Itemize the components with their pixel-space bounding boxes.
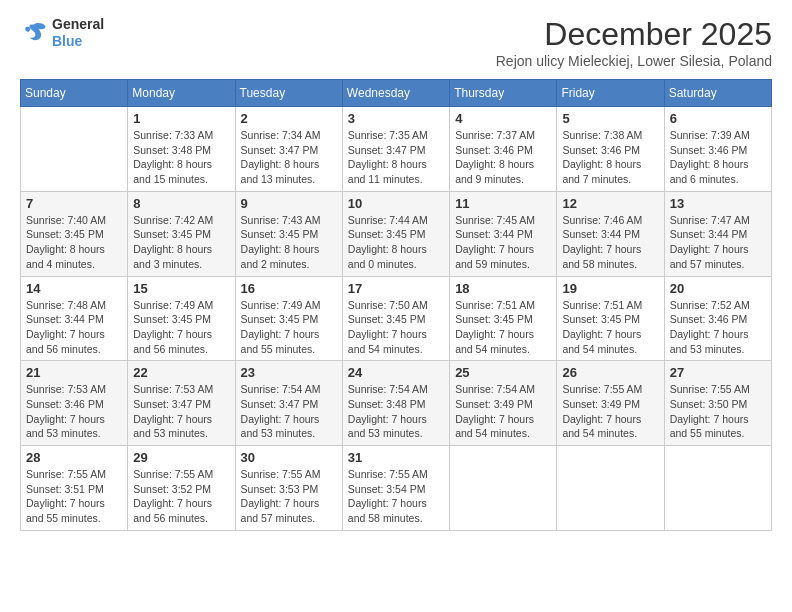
weekday-header: Tuesday	[235, 80, 342, 107]
day-info: Sunrise: 7:55 AMSunset: 3:49 PMDaylight:…	[562, 382, 658, 441]
calendar-cell: 26Sunrise: 7:55 AMSunset: 3:49 PMDayligh…	[557, 361, 664, 446]
calendar-cell: 20Sunrise: 7:52 AMSunset: 3:46 PMDayligh…	[664, 276, 771, 361]
day-info: Sunrise: 7:55 AMSunset: 3:52 PMDaylight:…	[133, 467, 229, 526]
header: General Blue December 2025 Rejon ulicy M…	[20, 16, 772, 69]
calendar-cell	[450, 446, 557, 531]
day-number: 17	[348, 281, 444, 296]
day-number: 2	[241, 111, 337, 126]
calendar-cell: 31Sunrise: 7:55 AMSunset: 3:54 PMDayligh…	[342, 446, 449, 531]
day-number: 12	[562, 196, 658, 211]
weekday-header: Wednesday	[342, 80, 449, 107]
calendar-cell: 10Sunrise: 7:44 AMSunset: 3:45 PMDayligh…	[342, 191, 449, 276]
day-info: Sunrise: 7:38 AMSunset: 3:46 PMDaylight:…	[562, 128, 658, 187]
day-info: Sunrise: 7:54 AMSunset: 3:48 PMDaylight:…	[348, 382, 444, 441]
day-number: 22	[133, 365, 229, 380]
calendar-cell: 9Sunrise: 7:43 AMSunset: 3:45 PMDaylight…	[235, 191, 342, 276]
day-number: 20	[670, 281, 766, 296]
calendar-cell	[21, 107, 128, 192]
calendar-cell: 23Sunrise: 7:54 AMSunset: 3:47 PMDayligh…	[235, 361, 342, 446]
day-info: Sunrise: 7:53 AMSunset: 3:46 PMDaylight:…	[26, 382, 122, 441]
day-info: Sunrise: 7:47 AMSunset: 3:44 PMDaylight:…	[670, 213, 766, 272]
day-number: 10	[348, 196, 444, 211]
day-info: Sunrise: 7:44 AMSunset: 3:45 PMDaylight:…	[348, 213, 444, 272]
calendar-cell: 1Sunrise: 7:33 AMSunset: 3:48 PMDaylight…	[128, 107, 235, 192]
day-number: 7	[26, 196, 122, 211]
calendar-cell: 12Sunrise: 7:46 AMSunset: 3:44 PMDayligh…	[557, 191, 664, 276]
logo-general: General	[52, 16, 104, 33]
day-info: Sunrise: 7:55 AMSunset: 3:51 PMDaylight:…	[26, 467, 122, 526]
calendar-week-row: 28Sunrise: 7:55 AMSunset: 3:51 PMDayligh…	[21, 446, 772, 531]
day-info: Sunrise: 7:48 AMSunset: 3:44 PMDaylight:…	[26, 298, 122, 357]
day-number: 30	[241, 450, 337, 465]
calendar-week-row: 14Sunrise: 7:48 AMSunset: 3:44 PMDayligh…	[21, 276, 772, 361]
calendar: SundayMondayTuesdayWednesdayThursdayFrid…	[20, 79, 772, 531]
day-info: Sunrise: 7:33 AMSunset: 3:48 PMDaylight:…	[133, 128, 229, 187]
day-number: 28	[26, 450, 122, 465]
logo-text: General Blue	[52, 16, 104, 50]
day-info: Sunrise: 7:49 AMSunset: 3:45 PMDaylight:…	[241, 298, 337, 357]
calendar-cell: 3Sunrise: 7:35 AMSunset: 3:47 PMDaylight…	[342, 107, 449, 192]
day-info: Sunrise: 7:46 AMSunset: 3:44 PMDaylight:…	[562, 213, 658, 272]
subtitle: Rejon ulicy Mieleckiej, Lower Silesia, P…	[496, 53, 772, 69]
calendar-cell: 8Sunrise: 7:42 AMSunset: 3:45 PMDaylight…	[128, 191, 235, 276]
calendar-cell: 5Sunrise: 7:38 AMSunset: 3:46 PMDaylight…	[557, 107, 664, 192]
calendar-week-row: 1Sunrise: 7:33 AMSunset: 3:48 PMDaylight…	[21, 107, 772, 192]
calendar-cell: 27Sunrise: 7:55 AMSunset: 3:50 PMDayligh…	[664, 361, 771, 446]
calendar-cell: 30Sunrise: 7:55 AMSunset: 3:53 PMDayligh…	[235, 446, 342, 531]
day-number: 24	[348, 365, 444, 380]
title-area: December 2025 Rejon ulicy Mieleckiej, Lo…	[496, 16, 772, 69]
calendar-cell: 21Sunrise: 7:53 AMSunset: 3:46 PMDayligh…	[21, 361, 128, 446]
calendar-cell: 28Sunrise: 7:55 AMSunset: 3:51 PMDayligh…	[21, 446, 128, 531]
calendar-cell	[664, 446, 771, 531]
day-info: Sunrise: 7:35 AMSunset: 3:47 PMDaylight:…	[348, 128, 444, 187]
calendar-cell: 24Sunrise: 7:54 AMSunset: 3:48 PMDayligh…	[342, 361, 449, 446]
day-info: Sunrise: 7:37 AMSunset: 3:46 PMDaylight:…	[455, 128, 551, 187]
calendar-cell: 6Sunrise: 7:39 AMSunset: 3:46 PMDaylight…	[664, 107, 771, 192]
calendar-cell: 25Sunrise: 7:54 AMSunset: 3:49 PMDayligh…	[450, 361, 557, 446]
day-number: 27	[670, 365, 766, 380]
day-number: 19	[562, 281, 658, 296]
calendar-cell: 16Sunrise: 7:49 AMSunset: 3:45 PMDayligh…	[235, 276, 342, 361]
calendar-cell: 2Sunrise: 7:34 AMSunset: 3:47 PMDaylight…	[235, 107, 342, 192]
calendar-cell: 22Sunrise: 7:53 AMSunset: 3:47 PMDayligh…	[128, 361, 235, 446]
calendar-week-row: 7Sunrise: 7:40 AMSunset: 3:45 PMDaylight…	[21, 191, 772, 276]
day-number: 5	[562, 111, 658, 126]
day-number: 11	[455, 196, 551, 211]
day-number: 14	[26, 281, 122, 296]
calendar-cell: 17Sunrise: 7:50 AMSunset: 3:45 PMDayligh…	[342, 276, 449, 361]
logo-blue: Blue	[52, 33, 104, 50]
calendar-cell: 4Sunrise: 7:37 AMSunset: 3:46 PMDaylight…	[450, 107, 557, 192]
day-number: 3	[348, 111, 444, 126]
day-number: 13	[670, 196, 766, 211]
day-number: 1	[133, 111, 229, 126]
day-info: Sunrise: 7:50 AMSunset: 3:45 PMDaylight:…	[348, 298, 444, 357]
day-info: Sunrise: 7:54 AMSunset: 3:49 PMDaylight:…	[455, 382, 551, 441]
day-number: 9	[241, 196, 337, 211]
calendar-cell	[557, 446, 664, 531]
day-number: 4	[455, 111, 551, 126]
calendar-cell: 11Sunrise: 7:45 AMSunset: 3:44 PMDayligh…	[450, 191, 557, 276]
day-info: Sunrise: 7:49 AMSunset: 3:45 PMDaylight:…	[133, 298, 229, 357]
day-info: Sunrise: 7:40 AMSunset: 3:45 PMDaylight:…	[26, 213, 122, 272]
day-info: Sunrise: 7:34 AMSunset: 3:47 PMDaylight:…	[241, 128, 337, 187]
calendar-cell: 18Sunrise: 7:51 AMSunset: 3:45 PMDayligh…	[450, 276, 557, 361]
day-number: 6	[670, 111, 766, 126]
month-title: December 2025	[496, 16, 772, 53]
day-info: Sunrise: 7:55 AMSunset: 3:53 PMDaylight:…	[241, 467, 337, 526]
calendar-cell: 13Sunrise: 7:47 AMSunset: 3:44 PMDayligh…	[664, 191, 771, 276]
day-info: Sunrise: 7:55 AMSunset: 3:54 PMDaylight:…	[348, 467, 444, 526]
day-number: 29	[133, 450, 229, 465]
day-info: Sunrise: 7:39 AMSunset: 3:46 PMDaylight:…	[670, 128, 766, 187]
day-info: Sunrise: 7:51 AMSunset: 3:45 PMDaylight:…	[562, 298, 658, 357]
calendar-cell: 7Sunrise: 7:40 AMSunset: 3:45 PMDaylight…	[21, 191, 128, 276]
day-info: Sunrise: 7:54 AMSunset: 3:47 PMDaylight:…	[241, 382, 337, 441]
day-number: 25	[455, 365, 551, 380]
weekday-header: Friday	[557, 80, 664, 107]
calendar-cell: 29Sunrise: 7:55 AMSunset: 3:52 PMDayligh…	[128, 446, 235, 531]
weekday-header: Sunday	[21, 80, 128, 107]
day-number: 15	[133, 281, 229, 296]
day-info: Sunrise: 7:52 AMSunset: 3:46 PMDaylight:…	[670, 298, 766, 357]
calendar-week-row: 21Sunrise: 7:53 AMSunset: 3:46 PMDayligh…	[21, 361, 772, 446]
weekday-header: Thursday	[450, 80, 557, 107]
day-info: Sunrise: 7:51 AMSunset: 3:45 PMDaylight:…	[455, 298, 551, 357]
